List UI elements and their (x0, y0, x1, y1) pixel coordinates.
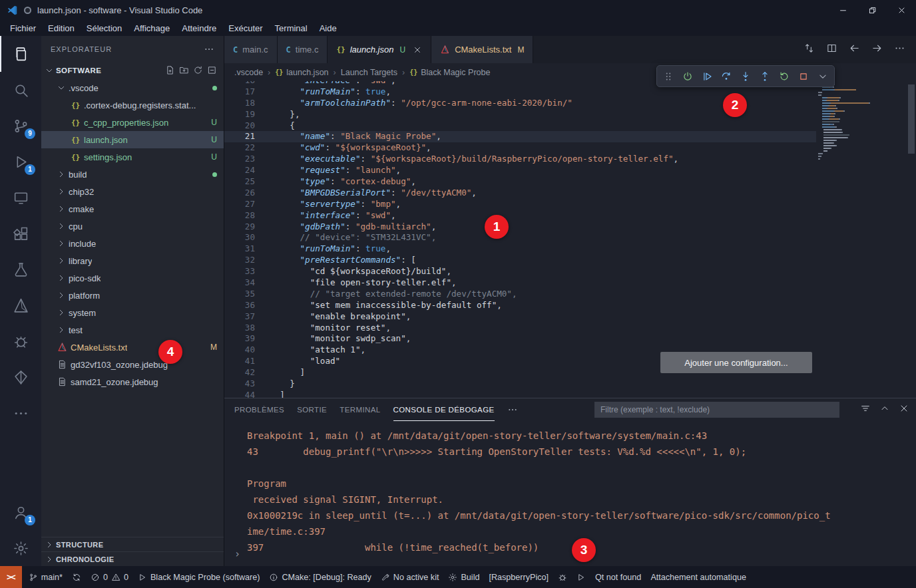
line-number[interactable]: 16 (224, 81, 255, 86)
stop-button[interactable] (798, 71, 809, 82)
status-cmake-debug[interactable] (553, 566, 572, 588)
section-software[interactable]: SOFTWARE (41, 62, 224, 79)
tree-item-c-cpp-properties-json[interactable]: {}c_cpp_properties.jsonU (41, 114, 224, 131)
section-structure[interactable]: STRUCTURE (41, 537, 224, 551)
breadcrumb-item-vscode[interactable]: .vscode (234, 68, 263, 77)
menu-item-ex-cuter[interactable]: Exécuter (222, 22, 268, 35)
close-icon[interactable] (899, 403, 909, 416)
explorer-more-icon[interactable] (204, 44, 214, 55)
line-number[interactable]: 34 (224, 277, 255, 289)
line-number[interactable]: 27 (224, 199, 255, 210)
line-number[interactable]: 22 (224, 142, 255, 154)
pause-button[interactable] (682, 71, 694, 82)
split-editor-icon[interactable] (826, 43, 837, 57)
tree-item-build[interactable]: build (41, 166, 224, 183)
section-chronologie[interactable]: CHRONOLOGIE (41, 551, 224, 566)
tab-main-c[interactable]: Cmain.c (224, 36, 278, 63)
menu-item-fichier[interactable]: Fichier (4, 22, 42, 35)
code-editor[interactable]: 16 "interface": "swd",17 "runToMain": tr… (224, 81, 916, 398)
activity-serial-monitor[interactable] (0, 323, 41, 359)
debug-filter-input[interactable] (594, 402, 839, 418)
line-number[interactable]: 36 (224, 300, 255, 311)
tree-item-chip32[interactable]: chip32 (41, 183, 224, 200)
line-number[interactable]: 40 (224, 345, 255, 356)
status-debug-launch-config[interactable]: Black Magic Probe (software) (133, 566, 264, 588)
status-cmake-launch-target[interactable]: [RaspberryPico] (484, 566, 553, 588)
tree-item-samd21-ozone-jdebug[interactable]: samd21_ozone.jdebug (41, 373, 224, 390)
tree-item-gd32vf103-ozone-jdebug[interactable]: gd32vf103_ozone.jdebug (41, 356, 224, 373)
tree-item-cmakelists-txt[interactable]: CMakeLists.txtM (41, 339, 224, 356)
tree-item-pico-sdk[interactable]: pico-sdk (41, 269, 224, 287)
line-number[interactable]: 38 (224, 323, 255, 334)
line-number[interactable]: 42 (224, 367, 255, 378)
step-out-button[interactable] (759, 71, 771, 82)
arrow-right-icon[interactable] (871, 43, 883, 57)
tree-item-launch-json[interactable]: {}launch.jsonU (41, 131, 224, 148)
tree-item-vscode[interactable]: .vscode (41, 79, 224, 96)
menu-item-terminal[interactable]: Terminal (269, 22, 314, 35)
tree-item-include[interactable]: include (41, 235, 224, 252)
status-problems[interactable]: 00 (86, 566, 133, 588)
panel-tab-probl-mes[interactable]: PROBLÈMES (234, 398, 284, 421)
status-sync[interactable] (67, 566, 86, 588)
debug-console[interactable]: Breakpoint 1, main () at /mnt/data/git/o… (224, 421, 916, 566)
activity-explorer[interactable] (0, 36, 41, 72)
add-configuration-button[interactable]: Ajouter une configuration... (660, 352, 812, 373)
line-number[interactable]: 31 (224, 243, 255, 255)
close-icon[interactable] (413, 45, 422, 55)
activity-settings[interactable] (0, 530, 41, 566)
activity-run-and-debug[interactable]: 1 (0, 144, 41, 180)
scrollbar-thumb[interactable] (908, 84, 915, 154)
line-number[interactable]: 25 (224, 176, 255, 188)
editor-scrollbar[interactable] (907, 81, 916, 398)
continue-button[interactable] (701, 71, 713, 82)
arrow-left-icon[interactable] (849, 43, 860, 57)
filter-lines-icon[interactable] (860, 403, 871, 416)
tree-item-settings-json[interactable]: {}settings.jsonU (41, 148, 224, 166)
tab-time-c[interactable]: Ctime.c (278, 36, 328, 63)
activity-more-views[interactable] (0, 395, 41, 431)
line-number[interactable]: 43 (224, 378, 255, 390)
chevron-up-icon[interactable] (879, 403, 890, 416)
tree-item-cpu[interactable]: cpu (41, 218, 224, 235)
line-number[interactable]: 28 (224, 210, 255, 221)
activity-testing[interactable] (0, 251, 41, 287)
line-number[interactable]: 21 (224, 131, 255, 142)
status-cmake-kit[interactable]: No active kit (376, 566, 444, 588)
menu-item-s-lection[interactable]: Sélection (81, 22, 128, 35)
panel-more-icon[interactable] (507, 404, 518, 415)
line-number[interactable]: 37 (224, 311, 255, 323)
activity-extensions[interactable] (0, 216, 41, 251)
close-button[interactable] (887, 0, 916, 20)
minimap[interactable] (818, 84, 901, 161)
breadcrumb-item-launch-targets[interactable]: Launch Targets (341, 68, 397, 77)
status-git-branch[interactable]: main* (24, 566, 67, 588)
activity-remote-explorer[interactable] (0, 180, 41, 216)
activity-cmake-tools[interactable] (0, 287, 41, 323)
menu-item-aide[interactable]: Aide (314, 22, 343, 35)
minimize-button[interactable] (828, 0, 857, 20)
step-over-button[interactable] (720, 71, 732, 82)
panel-tab-sortie[interactable]: SORTIE (297, 398, 327, 421)
tab-launch-json[interactable]: {}launch.jsonU (328, 36, 431, 63)
status-qt-status[interactable]: Qt not found (590, 566, 646, 588)
remote-indicator[interactable]: >< (0, 566, 22, 588)
breadcrumb-item-black-magic-probe[interactable]: {}Black Magic Probe (409, 68, 490, 77)
menu-item-affichage[interactable]: Affichage (128, 22, 176, 35)
restart-button[interactable] (778, 71, 790, 82)
line-number[interactable]: 17 (224, 86, 255, 98)
activity-source-control[interactable]: 9 (0, 108, 41, 144)
tree-item-system[interactable]: system (41, 304, 224, 321)
restore-button[interactable] (857, 0, 887, 20)
breadcrumb-item-launch-json[interactable]: {}launch.json (275, 68, 328, 77)
line-number[interactable]: 32 (224, 255, 255, 266)
tree-item-cmake[interactable]: cmake (41, 200, 224, 218)
status-cmake-build[interactable]: Build (443, 566, 484, 588)
line-number[interactable]: 26 (224, 188, 255, 199)
compare-icon[interactable] (803, 43, 815, 57)
activity-accounts[interactable]: 1 (0, 494, 41, 530)
line-number[interactable]: 35 (224, 289, 255, 300)
status-cmake-status[interactable]: CMake: [Debug]: Ready (264, 566, 375, 588)
line-number[interactable]: 39 (224, 333, 255, 345)
line-number[interactable]: 44 (224, 390, 255, 398)
